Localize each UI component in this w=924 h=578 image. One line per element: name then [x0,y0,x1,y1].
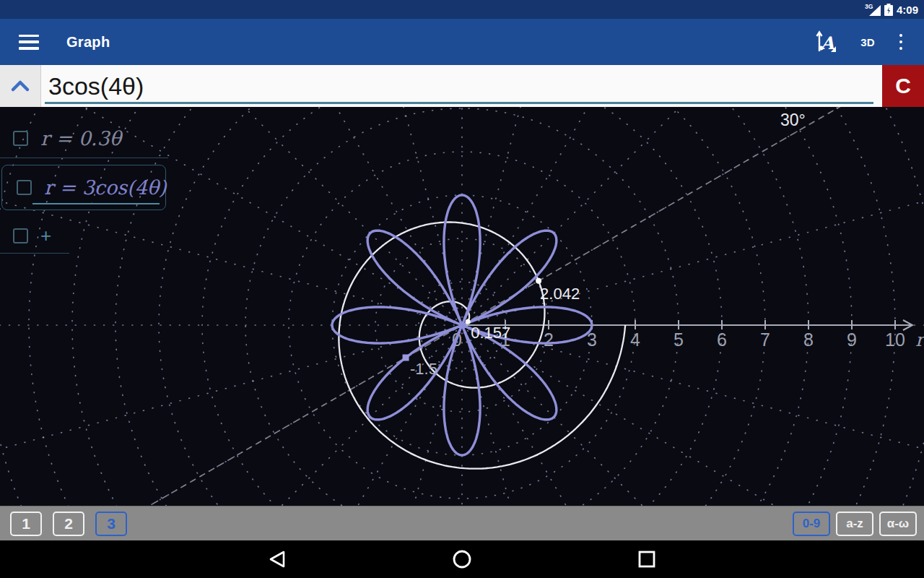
menu-icon[interactable] [19,35,39,50]
grid-ray [464,107,608,318]
trace-angle-label: 30° [780,111,806,129]
keypad-toolbar: 1 2 3 0-9 a-z α-ω [0,506,924,540]
trace-point-marker [536,278,541,284]
axis-tick-label: 7 [760,329,770,350]
grid-ray [468,331,860,506]
status-time: 4:09 [897,4,918,16]
grid-ray [316,107,460,318]
grid-ray [464,332,608,506]
axis-tick-label: 4 [630,329,640,350]
legend-entry-add[interactable]: + [0,219,69,254]
toolbar-left-1[interactable]: 2 [53,512,84,536]
graph-area: 30°012345678910r0.1572.042-1.5 r = 0.3θ … [0,107,924,506]
equation-field[interactable]: 3cos(4θ) [41,65,882,107]
axis-tick-label: 5 [674,329,684,350]
grid-ray [180,332,458,506]
axis-tick-label: 10 [885,329,905,350]
collapse-button[interactable] [0,65,41,107]
trace-point-label: 0.157 [471,324,510,342]
graph-style-icon[interactable]: A [813,29,839,55]
overflow-menu-icon[interactable] [897,31,906,53]
trace-point-marker [403,355,409,361]
trace-point-label: 2.042 [540,285,580,303]
view-3d-button[interactable]: 3D [860,36,874,48]
android-nav-bar [0,540,924,578]
equation-row: 3cos(4θ) C [0,65,924,107]
equation-input[interactable]: 3cos(4θ) [48,72,144,100]
status-bar: 3G 4:09 [0,0,924,19]
curve-spiral [339,223,625,469]
grid-ray [0,327,455,471]
app-bar: Graph A 3D [0,19,924,65]
add-function-label: + [40,225,51,247]
grid-ray [469,179,924,323]
home-button[interactable] [370,549,554,569]
legend-entry-rose[interactable]: r = 3cos(4θ) [1,165,166,210]
legend-label: r = 0.3θ [40,127,121,150]
grid-ray [466,107,744,319]
recents-button[interactable] [554,550,739,569]
toolbar-left-0[interactable]: 1 [10,512,42,536]
toolbar-right-2[interactable]: α-ω [879,512,917,536]
grid-ray [468,107,924,322]
legend-active-underline [32,203,160,204]
trace-point-label: -1.5 [410,360,437,378]
battery-charging-icon [884,3,893,17]
axis-title: r [915,329,924,350]
signal-3g-icon: 3G [865,3,881,16]
grid-ray [180,107,458,319]
axis-tick-label: 9 [847,329,857,350]
page-title: Graph [66,34,110,51]
axis-tick-label: 6 [717,329,727,350]
grid-ray [466,332,744,506]
network-type-label: 3G [865,3,873,10]
chevron-up-icon [10,79,30,92]
screen: 3G 4:09 Graph A 3D [0,0,924,578]
trace-point-marker [466,319,471,324]
grid-ray [64,331,456,506]
toolbar-left-2[interactable]: 3 [95,512,127,536]
axis-tick-label: 2 [544,329,554,350]
checkbox-icon[interactable] [13,228,28,243]
legend-label: r = 3cos(4θ) [44,176,167,199]
clear-button[interactable]: C [882,65,924,107]
checkbox-icon[interactable] [17,180,32,195]
checkbox-icon[interactable] [13,131,28,146]
grid-ray [316,332,460,506]
equation-underline [45,102,873,105]
toolbar-right-0[interactable]: 0-9 [793,512,830,536]
axis-tick-label: 8 [803,329,814,350]
back-button[interactable] [185,550,370,569]
toolbar-right-1[interactable]: a-z [836,512,873,536]
legend-entry-spiral[interactable]: r = 0.3θ [0,118,168,158]
